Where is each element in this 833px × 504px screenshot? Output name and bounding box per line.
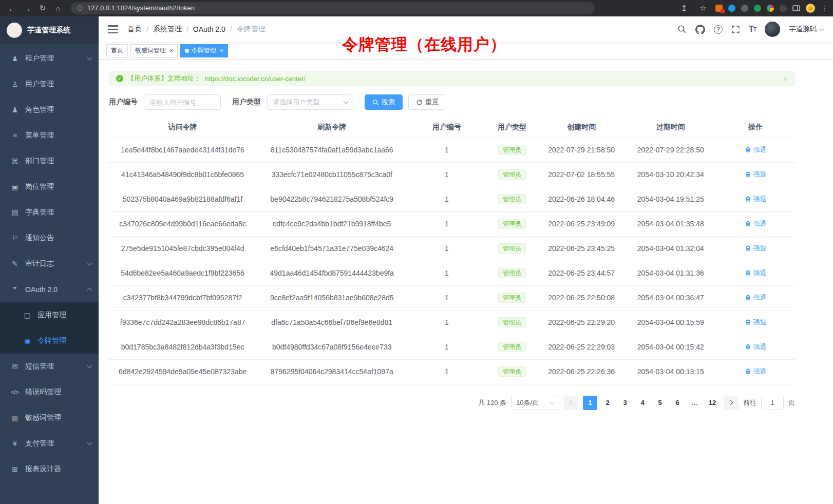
tab-token[interactable]: 令牌管理 × — [180, 44, 228, 57]
user-type-cell: 管理员 — [486, 162, 538, 187]
notice-flag-icon: ⚐ — [10, 234, 20, 242]
extension-icon[interactable] — [754, 5, 761, 12]
search-button[interactable]: 搜索 — [365, 94, 403, 110]
sidebar-item-app[interactable]: ▢ 应用管理 — [0, 302, 99, 328]
sidebar-item-report[interactable]: ⊞ 报表设计器 — [0, 456, 99, 482]
more-pages-icon[interactable]: ... — [688, 396, 702, 410]
alert-text: 【用户体系】文档地址： — [127, 74, 201, 83]
sidebar-item-notice[interactable]: ⚐ 通知公告 — [0, 225, 99, 251]
user-type-select[interactable]: 请选择用户类型 — [267, 94, 353, 110]
tab-label: 令牌管理 — [192, 46, 216, 55]
tab-home[interactable]: 首页 — [106, 44, 128, 57]
app-logo[interactable]: 芋道管理系统 — [0, 16, 99, 44]
alert-close-icon[interactable]: × — [783, 74, 788, 83]
force-logout-button[interactable]: 强退 — [745, 170, 767, 179]
sidebar-item-user[interactable]: ♙ 用户管理 — [0, 71, 99, 97]
reset-button[interactable]: 重置 — [408, 94, 446, 110]
force-logout-label: 强退 — [753, 342, 767, 352]
share-icon[interactable]: ↥ — [677, 2, 691, 15]
extension-icon[interactable] — [780, 5, 787, 12]
extension-icon[interactable] — [715, 5, 723, 12]
page-button-6[interactable]: 6 — [670, 396, 685, 410]
user-avatar[interactable] — [765, 22, 780, 37]
fullscreen-icon[interactable] — [731, 25, 740, 34]
user-id-input[interactable] — [144, 94, 221, 110]
breadcrumb-oauth[interactable]: OAuth 2.0 — [193, 25, 225, 33]
sidebar-item-role[interactable]: ♟ 角色管理 — [0, 97, 99, 123]
page-button-3[interactable]: 3 — [618, 396, 632, 410]
force-logout-button[interactable]: 强退 — [745, 367, 767, 376]
sidebar-item-sensitive[interactable]: ▥ 敏感词管理 — [0, 405, 99, 431]
force-logout-button[interactable]: 强退 — [745, 145, 767, 154]
action-cell: 强退 — [716, 138, 795, 162]
col-expire-time: 过期时间 — [625, 117, 716, 138]
address-bar[interactable]: ⓘ 127.0.0.1:1024/system/oauth2/token — [71, 2, 595, 14]
chevron-icon — [87, 55, 92, 61]
browser-menu-icon[interactable]: ⋮ — [821, 4, 828, 12]
breadcrumb-home[interactable]: 首页 — [127, 25, 142, 34]
user-type-cell: 管理员 — [486, 138, 538, 162]
tab-label: 首页 — [111, 46, 123, 55]
action-cell: 强退 — [716, 285, 795, 310]
force-logout-button[interactable]: 强退 — [745, 195, 767, 204]
page-button-4[interactable]: 4 — [635, 396, 650, 410]
search-icon[interactable] — [677, 25, 687, 34]
browser-refresh-icon[interactable]: ↻ — [36, 2, 49, 15]
prev-page-button[interactable] — [564, 396, 578, 410]
force-logout-button[interactable]: 强退 — [745, 318, 767, 327]
doc-link[interactable]: https://doc.iocoder.cn/user-center/ — [205, 75, 306, 83]
bookmark-star-icon[interactable]: ☆ — [696, 2, 710, 15]
force-logout-button[interactable]: 强退 — [745, 342, 767, 352]
font-size-icon[interactable]: TT — [749, 25, 756, 34]
goto-page-input[interactable] — [761, 396, 784, 410]
sidebar-item-label: 审计日志 — [25, 259, 54, 268]
sidebar-item-tenant[interactable]: ♟ 租户管理 — [0, 46, 99, 71]
page-button-2[interactable]: 2 — [600, 396, 615, 410]
department-tree-icon: ⌘ — [10, 157, 20, 165]
page-button-5[interactable]: 5 — [653, 396, 667, 410]
sidebar-toggle-icon[interactable] — [108, 25, 118, 33]
next-page-button[interactable] — [724, 396, 739, 410]
logo-avatar — [7, 23, 22, 38]
sidebar-item-oauth[interactable]: ❞ OAuth 2.0 — [0, 277, 99, 302]
sidebar-item-dict[interactable]: ▤ 字典管理 — [0, 200, 99, 225]
breadcrumb-system[interactable]: 系统管理 — [153, 25, 182, 34]
browser-profile-avatar[interactable]: ☺ — [806, 4, 815, 13]
sidebar-item-dept[interactable]: ⌘ 部门管理 — [0, 148, 99, 174]
tab-sensitive-word[interactable]: 敏感词管理 × — [130, 44, 178, 57]
reset-button-label: 重置 — [425, 98, 439, 107]
browser-forward-icon[interactable]: → — [21, 2, 34, 15]
force-logout-button[interactable]: 强退 — [745, 219, 767, 228]
table-row: c342377bf8b344799dcbf7bf095287f2 9ce8ef2… — [109, 285, 795, 310]
table-row: 275e5de9151045fe87cbdc395e004f4d e6cfd40… — [109, 236, 795, 261]
sidebar-item-label: 角色管理 — [25, 105, 54, 114]
user-type-badge: 管理员 — [498, 342, 526, 352]
extension-icon[interactable] — [728, 5, 735, 12]
browser-back-icon[interactable]: ← — [5, 2, 18, 15]
site-info-icon[interactable]: ⓘ — [77, 4, 83, 13]
page-size-select[interactable]: 10条/页 — [511, 396, 559, 410]
extension-icon[interactable] — [767, 5, 774, 12]
user-menu[interactable]: 芋道源码 — [789, 25, 824, 34]
sidebar-item-sms[interactable]: ✉ 短信管理 — [0, 354, 99, 379]
force-logout-button[interactable]: 强退 — [745, 268, 767, 278]
close-icon[interactable]: × — [220, 48, 223, 54]
sidebar-item-token[interactable]: ◉ 令牌管理 — [0, 328, 99, 354]
page-button-12[interactable]: 12 — [705, 396, 720, 410]
sidebar-item-menu[interactable]: ≡ 菜单管理 — [0, 123, 99, 148]
help-icon[interactable]: ? — [714, 25, 723, 34]
split-view-icon[interactable] — [792, 5, 800, 11]
sidebar-item-audit[interactable]: ✎ 审计日志 — [0, 251, 99, 277]
sidebar-item-errcode[interactable]: </> 错误码管理 — [0, 379, 99, 405]
github-icon[interactable] — [695, 25, 705, 34]
sidebar-item-post[interactable]: ▣ 岗位管理 — [0, 174, 99, 200]
extension-icon[interactable] — [741, 5, 748, 12]
force-logout-label: 强退 — [753, 268, 767, 278]
page-button-1[interactable]: 1 — [583, 396, 597, 410]
force-logout-button[interactable]: 强退 — [745, 244, 767, 253]
browser-home-icon[interactable]: ⌂ — [51, 2, 65, 15]
close-icon[interactable]: × — [169, 48, 173, 54]
action-cell: 强退 — [716, 162, 795, 187]
force-logout-button[interactable]: 强退 — [745, 293, 767, 302]
sidebar-item-pay[interactable]: ¥ 支付管理 — [0, 431, 99, 456]
